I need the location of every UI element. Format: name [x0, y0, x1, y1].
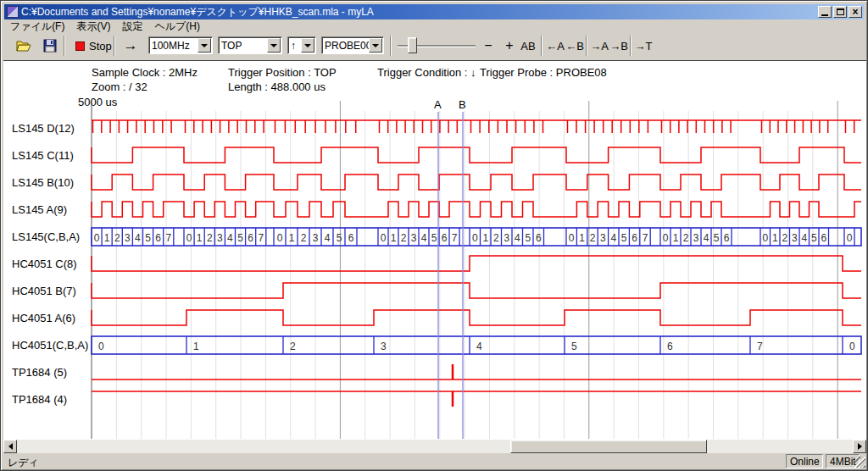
run-button[interactable]: → [120, 33, 142, 58]
zoom-in-button[interactable]: + [500, 33, 519, 58]
set-cursor-a-button[interactable]: →A [589, 33, 609, 58]
toolbar-separator [586, 36, 587, 56]
channel-label: LS145 B(10) [12, 176, 74, 190]
trigger-probe-info: Trigger Probe : PROBE08 [480, 66, 607, 79]
zoom-out-button[interactable]: − [479, 33, 498, 58]
waveform-client-area[interactable] [3, 60, 866, 440]
stop-button[interactable]: Stop [72, 33, 115, 58]
set-cursor-b-button[interactable]: →B [609, 33, 629, 58]
toolbar-separator [114, 36, 115, 56]
dropdown-arrow-icon[interactable] [369, 38, 382, 53]
close-button[interactable]: × [849, 6, 862, 18]
channel-label: LS145 D(12) [12, 122, 75, 136]
goto-cursor-b-button[interactable]: ←B [565, 33, 585, 58]
trigger-position-combo[interactable]: TOP [218, 36, 282, 54]
trigger-edge-combo[interactable]: ↑ [287, 36, 316, 54]
channel-label: LS145 A(9) [12, 203, 67, 217]
open-folder-icon [16, 40, 33, 53]
channel-label: TP1684 (5) [12, 366, 67, 380]
toolbar-separator [630, 36, 632, 56]
status-online-badge: Online [786, 454, 823, 468]
ab-button[interactable]: AB [518, 33, 538, 58]
trigger-probe-combo[interactable]: PROBE00 [321, 36, 384, 54]
trigger-condition-info: Trigger Condition : ↓ [377, 66, 476, 79]
zoom-slider-handle[interactable] [408, 37, 417, 53]
app-window: C:¥Documents and Settings¥noname¥デスクトップ¥… [0, 0, 868, 471]
trigger-edge-value: ↑ [288, 40, 301, 52]
toolbar-separator [541, 36, 542, 56]
channel-label: LS145 C(11) [12, 149, 74, 163]
app-icon [7, 6, 19, 18]
scrollbar-thumb[interactable] [510, 440, 707, 453]
menu-bar: ファイル(F) 表示(V) 設定 ヘルプ(H) [4, 20, 864, 33]
zoom-info: Zoom : / 32 [92, 80, 147, 93]
channel-label: HC4051 C(8) [12, 258, 77, 271]
save-button[interactable] [40, 33, 60, 58]
scroll-left-arrow[interactable] [3, 440, 17, 453]
channel-label: HC4051(C,B,A) [12, 339, 88, 352]
channel-label: TP1684 (4) [12, 393, 67, 407]
channel-label: HC4051 A(6) [12, 312, 75, 325]
dropdown-arrow-icon[interactable] [267, 38, 281, 53]
stop-icon [75, 42, 85, 51]
window-titlebar[interactable]: C:¥Documents and Settings¥noname¥デスクトップ¥… [4, 4, 864, 19]
save-floppy-icon [43, 39, 57, 53]
sample-clock-combo[interactable]: 100MHz [148, 36, 213, 54]
window-title: C:¥Documents and Settings¥noname¥デスクトップ¥… [21, 5, 816, 19]
cursor-b-label[interactable]: B [459, 98, 466, 111]
cursor-a-label[interactable]: A [434, 98, 442, 111]
resize-grip[interactable] [854, 457, 865, 468]
dropdown-arrow-icon[interactable] [198, 38, 211, 53]
dropdown-arrow-icon[interactable] [301, 38, 314, 53]
zoom-slider[interactable] [398, 33, 476, 58]
trigger-probe-value: PROBE00 [322, 40, 369, 52]
status-bar: レディ Online 4MBit [3, 454, 866, 469]
open-button[interactable] [14, 33, 35, 58]
channel-label: LS145(C,B,A) [12, 230, 80, 244]
trigger-position-info: Trigger Position : TOP [228, 66, 337, 79]
maximize-button[interactable] [833, 6, 847, 18]
stop-label: Stop [89, 40, 112, 53]
goto-cursor-a-button[interactable]: ←A [545, 33, 565, 58]
toolbar-separator [390, 36, 392, 56]
toolbar: Stop → 100MHz TOP ↑ PROBE00 − + AB ←A ←B [4, 33, 864, 58]
status-ready-text: レディ [8, 456, 39, 470]
sample-clock-value: 100MHz [149, 40, 198, 52]
trigger-position-value: TOP [219, 40, 267, 52]
channel-label: HC4051 B(7) [12, 285, 76, 298]
maximize-icon [837, 8, 844, 15]
horizontal-scrollbar[interactable] [3, 440, 866, 453]
minimize-button[interactable] [818, 6, 832, 18]
sample-clock-info: Sample Clock : 2MHz [92, 66, 198, 79]
time-division-label: 5000 us [78, 96, 117, 108]
goto-trigger-button[interactable]: →T [633, 33, 654, 58]
toolbar-separator [64, 36, 65, 56]
length-info: Length : 488.000 us [228, 80, 326, 93]
scroll-right-arrow[interactable] [853, 440, 866, 453]
minimize-icon [821, 14, 828, 16]
